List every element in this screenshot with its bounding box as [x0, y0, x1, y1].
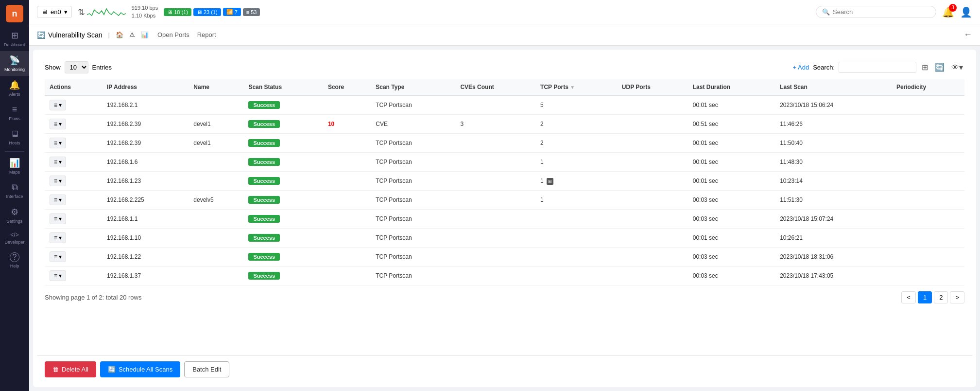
scan-type-cell: TCP Portscan: [371, 95, 455, 115]
eye-icon[interactable]: 👁▾: [950, 61, 964, 73]
udp-cell: [617, 153, 688, 172]
status-cell: Success: [243, 191, 323, 210]
scan-table: Actions IP Address Name Scan Status Scor…: [45, 79, 964, 285]
action-dropdown-button[interactable]: ≡ ▾: [50, 138, 66, 148]
topbar-search-input[interactable]: [833, 8, 930, 16]
sidebar-item-hosts[interactable]: 🖥 Hosts: [0, 125, 29, 149]
score-cell: [323, 95, 371, 115]
batch-edit-label: Batch Edit: [192, 366, 221, 373]
chart-icon[interactable]: 📊: [141, 31, 149, 38]
action-dropdown-button[interactable]: ≡ ▾: [50, 232, 66, 243]
col-scan-status[interactable]: Scan Status: [243, 79, 323, 95]
badge-misc[interactable]: ≡ 53: [243, 8, 260, 16]
scan-type-cell: TCP Portscan: [371, 248, 455, 267]
badge-wifi[interactable]: 📶 7: [223, 8, 241, 16]
notification-button[interactable]: 🔔 3: [942, 6, 954, 18]
col-udp[interactable]: UDP Ports: [617, 79, 688, 95]
sidebar-item-dashboard[interactable]: ⊞ Dashboard: [0, 26, 29, 51]
udp-cell: [617, 191, 688, 210]
table-row: ≡ ▾ 192.168.1.6 Success TCP Portscan 1 0…: [45, 153, 964, 172]
batch-edit-button[interactable]: Batch Edit: [184, 361, 229, 377]
cves-cell: [455, 191, 535, 210]
action-dropdown-button[interactable]: ≡ ▾: [50, 213, 66, 224]
action-dropdown-button[interactable]: ≡ ▾: [50, 176, 66, 186]
sidebar-item-monitoring[interactable]: 📡 Monitoring: [0, 51, 29, 76]
col-ip[interactable]: IP Address: [102, 79, 189, 95]
tcp-cell: [535, 229, 617, 248]
cves-cell: [455, 248, 535, 267]
sidebar-item-developer[interactable]: </> Developer: [0, 228, 29, 249]
delete-all-button[interactable]: 🗑 Delete All: [45, 361, 96, 377]
col-last-scan[interactable]: Last Scan: [775, 79, 892, 95]
last-scan-cell: 2023/10/18 17:43:05: [775, 267, 892, 285]
table-search-input[interactable]: [839, 62, 916, 73]
sidebar-item-help[interactable]: ? Help: [0, 249, 29, 272]
ip-cell: 192.168.2.225: [102, 191, 189, 210]
subheader-nav: Open Ports Report: [155, 29, 219, 40]
score-cell: [323, 267, 371, 285]
alert-icon[interactable]: ⚠: [129, 31, 135, 38]
sidebar-item-flows[interactable]: ≡ Flows: [0, 101, 29, 125]
action-dropdown-button[interactable]: ≡ ▾: [50, 270, 66, 281]
subheader: 🔄 Vulnerability Scan | 🏠 ⚠ 📊 Open Ports …: [29, 24, 980, 46]
name-cell: [189, 153, 243, 172]
col-periodicity[interactable]: Periodicity: [892, 79, 964, 95]
duration-cell: 00:01 sec: [688, 229, 775, 248]
table-header: Actions IP Address Name Scan Status Scor…: [45, 79, 964, 95]
user-profile-button[interactable]: 👤: [960, 6, 972, 18]
udp-cell: [617, 115, 688, 134]
periodicity-cell: [892, 134, 964, 153]
last-scan-cell: 2023/10/18 15:07:24: [775, 210, 892, 229]
cves-cell: 3: [455, 115, 535, 134]
action-dropdown-button[interactable]: ≡ ▾: [50, 119, 66, 129]
page-1-button[interactable]: 1: [918, 291, 932, 303]
col-duration[interactable]: Last Duration: [688, 79, 775, 95]
action-dropdown-button[interactable]: ≡ ▾: [50, 100, 66, 110]
sidebar-item-alerts[interactable]: 🔔 Alerts: [0, 76, 29, 101]
col-tcp[interactable]: TCP Ports ▼: [535, 79, 617, 95]
sidebar: n ⊞ Dashboard 📡 Monitoring 🔔 Alerts ≡ Fl…: [0, 0, 29, 391]
col-score[interactable]: Score: [323, 79, 371, 95]
pagination-row: Showing page 1 of 2: total 20 rows < 1 2…: [45, 291, 964, 303]
interface-selector[interactable]: 🖥 en0 ▾: [37, 6, 72, 18]
cves-cell: [455, 229, 535, 248]
sidebar-item-interface[interactable]: ⧉ Interface: [0, 178, 29, 203]
nav-report[interactable]: Report: [194, 29, 219, 40]
last-scan-cell: 11:46:26: [775, 115, 892, 134]
col-name[interactable]: Name: [189, 79, 243, 95]
badge-hosts2-icon: 🖥: [197, 9, 202, 15]
badge-hosts-total[interactable]: 🖥 23 (1): [193, 8, 221, 16]
show-entries-select[interactable]: 10 25 50: [65, 61, 88, 73]
collapse-button[interactable]: ←: [963, 30, 972, 39]
action-dropdown-button[interactable]: ≡ ▾: [50, 195, 66, 205]
search-label: Search:: [813, 64, 835, 71]
col-cves[interactable]: CVEs Count: [455, 79, 535, 95]
page-next-button[interactable]: >: [950, 291, 964, 303]
home-icon[interactable]: 🏠: [116, 31, 123, 38]
udp-cell: [617, 267, 688, 285]
table-row: ≡ ▾ 192.168.2.39 devel1 Success 10 CVE 3…: [45, 115, 964, 134]
periodicity-cell: [892, 248, 964, 267]
refresh-icon[interactable]: 🔄: [933, 61, 946, 73]
page-2-button[interactable]: 2: [934, 291, 948, 303]
sidebar-item-settings[interactable]: ⚙ Settings: [0, 203, 29, 228]
nav-open-ports[interactable]: Open Ports: [155, 29, 192, 40]
status-badge: Success: [248, 272, 280, 280]
periodicity-cell: [892, 172, 964, 191]
add-button[interactable]: + Add: [793, 64, 809, 71]
sidebar-label-help: Help: [10, 264, 19, 268]
column-visibility-icon[interactable]: ⊞: [920, 61, 929, 73]
page-prev-button[interactable]: <: [901, 291, 916, 303]
col-scan-type[interactable]: Scan Type: [371, 79, 455, 95]
score-cell: [323, 134, 371, 153]
sidebar-item-maps[interactable]: 📊 Maps: [0, 154, 29, 178]
tcp-cell: [535, 248, 617, 267]
tcp-copy-icon[interactable]: ⊞: [547, 178, 553, 185]
sidebar-logo[interactable]: n: [6, 5, 23, 22]
action-dropdown-button[interactable]: ≡ ▾: [50, 251, 66, 262]
schedule-all-scans-button[interactable]: 🔄 Schedule All Scans: [100, 361, 180, 377]
action-dropdown-button[interactable]: ≡ ▾: [50, 157, 66, 167]
badge-hosts-active[interactable]: 🖥 18 (1): [164, 8, 191, 16]
last-scan-cell: 10:23:14: [775, 172, 892, 191]
topbar-search-box[interactable]: 🔍: [816, 6, 936, 18]
